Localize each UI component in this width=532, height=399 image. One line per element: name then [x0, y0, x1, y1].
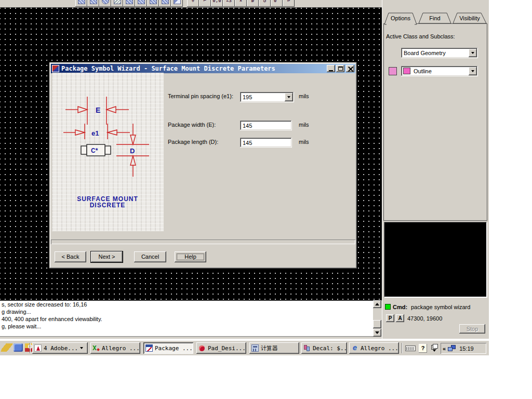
class-combobox-input[interactable] [402, 49, 469, 57]
task-allegro-1-label: Allegro ... [102, 345, 140, 352]
diagram-caption-2: DISCRETE [90, 202, 126, 209]
back-button[interactable]: < Back [55, 251, 86, 262]
union-button[interactable] [147, 0, 159, 7]
shape-edit-icon [90, 0, 97, 4]
swap-button[interactable] [135, 0, 147, 7]
tray-expand-arrow[interactable] [433, 350, 436, 353]
terminal-pin-spacing-arrow[interactable] [285, 93, 293, 101]
clock[interactable]: 15:19 [459, 345, 474, 352]
absolute-button[interactable]: A [396, 314, 404, 322]
measure-button[interactable]: ⌐ [199, 0, 211, 7]
snap-button[interactable]: + [187, 0, 199, 7]
terminal-pin-spacing-input[interactable] [241, 93, 285, 101]
control-panel: Options Find Visibility Active Class and… [382, 0, 489, 339]
degree-icon: 0° [274, 0, 280, 4]
screen: + ⌐ 0,0 ∠3 × Ø ↺ 0° ↩ Options Find [0, 0, 489, 355]
maximize-button[interactable] [336, 65, 344, 72]
minimize-button[interactable] [327, 65, 335, 72]
angle-button[interactable]: ∠3 [223, 0, 235, 7]
subtract-icon [162, 0, 169, 4]
origin-button[interactable]: 0,0 [211, 0, 223, 7]
launch-desktop-icon[interactable] [14, 343, 23, 352]
scrollbar-thumb[interactable] [373, 320, 381, 328]
tray-chevron[interactable]: « [443, 345, 446, 352]
world-view[interactable] [384, 222, 487, 297]
package-length-field[interactable] [240, 138, 292, 148]
slash-button[interactable]: × [235, 0, 247, 7]
wizard-app-icon [52, 65, 59, 72]
console-log[interactable]: s, sector size decreased to: 16,16 g dra… [0, 300, 373, 337]
package-length-input[interactable] [241, 139, 291, 147]
swap-icon [138, 0, 145, 4]
package-diagram: E e1 C* D [52, 73, 164, 231]
pick-button[interactable]: P [386, 314, 394, 322]
task-decal-label: Decal: $... [313, 345, 347, 352]
console-line: 400, 400 apart for enhanced viewability. [0, 315, 373, 323]
network-icon[interactable] [448, 345, 456, 352]
package-width-input[interactable] [241, 122, 291, 129]
tab-find-label: Find [429, 15, 440, 21]
shape-add-icon [78, 0, 85, 4]
scroll-down-button[interactable] [373, 329, 381, 337]
close-button[interactable] [346, 65, 354, 72]
cmd-label: Cmd: [393, 304, 407, 310]
task-decal[interactable]: Decal: $... [301, 342, 347, 354]
subclass-combobox-arrow[interactable] [469, 67, 477, 75]
rotate-button[interactable]: ↺ [259, 0, 271, 7]
subclass-combobox[interactable]: Outline [401, 66, 478, 76]
shade-button[interactable] [171, 0, 183, 7]
shape-edit-button[interactable] [87, 0, 99, 7]
task-pad-designer[interactable]: Pad_Desi... [196, 342, 246, 354]
package-width-label: Package width (E): [168, 122, 216, 128]
keyboard-icon[interactable] [405, 345, 416, 351]
task-allegro-2-label: Allegro ... [361, 345, 398, 352]
task-allegro-2[interactable]: e Allegro ... [349, 342, 399, 354]
stop-button[interactable]: Stop [459, 324, 485, 334]
task-allegro-1[interactable]: X Allegro ... [90, 342, 140, 354]
ie-icon: e [351, 344, 358, 352]
toolbar-group-2: + ⌐ 0,0 ∠3 × Ø ↺ 0° ↩ [187, 0, 295, 7]
console-scrollbar[interactable] [373, 300, 381, 337]
subtract-button[interactable] [159, 0, 171, 7]
task-calculator[interactable]: 计算器 [249, 342, 299, 354]
help-tray-icon[interactable]: ? [419, 344, 427, 353]
terminal-pin-spacing-combobox[interactable] [240, 92, 294, 102]
active-class-label: Active Class and Subclass: [386, 33, 455, 39]
undo-button[interactable]: ↩ [283, 0, 295, 7]
shape-circle-icon [102, 0, 109, 4]
window-stack-icon[interactable] [431, 345, 436, 350]
chevron-down-icon [287, 96, 290, 100]
task-package-wizard[interactable]: Package ... [143, 342, 193, 354]
diameter-button[interactable]: Ø [247, 0, 259, 7]
terminal-pin-spacing-label: Terminal pin spacing (e1): [168, 93, 233, 99]
package-length-label: Package length (D): [168, 139, 218, 145]
shape-circle-button[interactable] [99, 0, 111, 7]
subclass-color-swatch[interactable] [389, 67, 397, 75]
origin-icon: 0,0 [212, 0, 221, 4]
package-length-unit: mils [299, 139, 309, 145]
hatch-button[interactable] [123, 0, 135, 7]
package-width-field[interactable] [240, 121, 292, 130]
select-button[interactable] [111, 0, 123, 7]
cancel-button[interactable]: Cancel [134, 251, 166, 262]
package-symbol-wizard-dialog: Package Symbol Wizard - Surface Mount Di… [49, 62, 357, 269]
calculator-icon [251, 344, 259, 352]
chevron-down-icon [80, 347, 83, 351]
class-combobox-arrow[interactable] [469, 49, 477, 57]
command-status-icon [385, 304, 391, 310]
shape-add-button[interactable] [75, 0, 87, 7]
package-width-unit: mils [299, 122, 309, 128]
dialog-titlebar[interactable]: Package Symbol Wizard - Surface Mount Di… [51, 64, 355, 73]
scroll-up-button[interactable] [373, 300, 381, 308]
cmd-value: package symbol wizard [411, 304, 470, 310]
degree-button[interactable]: 0° [271, 0, 283, 7]
undo-icon: ↩ [287, 0, 290, 4]
class-combobox[interactable] [401, 48, 478, 58]
console-line: g drawing... [0, 308, 373, 315]
next-button[interactable]: Next > [91, 251, 123, 262]
system-tray: « 15:19 [441, 343, 486, 354]
launch-pen-icon[interactable] [1, 343, 12, 352]
task-adobe[interactable]: 4 Adobe... [32, 342, 88, 354]
task-calculator-label: 计算器 [261, 344, 278, 352]
help-button[interactable]: Help [175, 251, 206, 262]
